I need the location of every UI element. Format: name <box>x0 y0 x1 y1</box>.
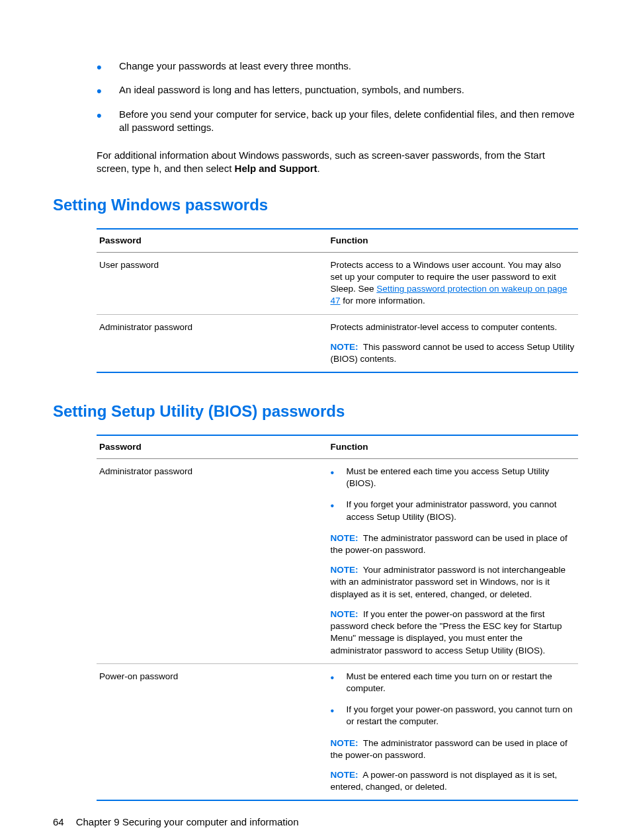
text-segment: Protects administrator-level access to c… <box>330 321 575 333</box>
bios-passwords-table: Password Function Administrator password… <box>97 435 578 802</box>
note-text: The administrator password can be used i… <box>330 533 567 555</box>
page-footer: 64Chapter 9 Securing your computer and i… <box>53 816 299 829</box>
tip-item: An ideal password is long and has letter… <box>97 83 578 97</box>
note-label: NOTE: <box>330 770 358 780</box>
text-segment: . <box>317 163 320 174</box>
function-list: Must be entered each time you access Set… <box>330 466 575 523</box>
password-function-cell: Protects administrator-level access to c… <box>327 314 578 372</box>
password-name-cell: Administrator password <box>97 458 327 663</box>
tip-item: Change your passwords at least every thr… <box>97 60 578 73</box>
note-text: A power-on password is not displayed as … <box>330 770 557 792</box>
note-block: NOTE: A power-on password is not display… <box>330 769 575 793</box>
table-row: Administrator password Must be entered e… <box>97 458 578 663</box>
chapter-title: Chapter 9 Securing your computer and inf… <box>76 816 299 827</box>
function-list: Must be entered each time you turn on or… <box>330 671 575 728</box>
list-item: If you forget your power-on password, yo… <box>330 704 575 728</box>
list-item: Must be entered each time you turn on or… <box>330 671 575 694</box>
note-text: If you enter the power-on password at th… <box>330 609 562 655</box>
password-function-cell: Must be entered each time you access Set… <box>327 458 578 663</box>
password-name-cell: Power-on password <box>97 663 327 800</box>
note-label: NOTE: <box>330 565 358 575</box>
bold-text: Help and Support <box>235 163 317 174</box>
column-header-function: Function <box>327 435 578 459</box>
note-block: NOTE: If you enter the power-on password… <box>330 609 575 657</box>
list-item: If you forget your administrator passwor… <box>330 499 575 523</box>
text-segment: , and then select <box>159 163 234 174</box>
note-label: NOTE: <box>330 609 358 619</box>
password-name-cell: Administrator password <box>97 314 327 372</box>
note-label: NOTE: <box>330 533 358 543</box>
password-name-cell: User password <box>97 252 327 314</box>
note-text: Your administrator password is not inter… <box>330 565 566 599</box>
column-header-function: Function <box>327 229 578 253</box>
text-segment: for more information. <box>340 296 425 306</box>
password-function-cell: Must be entered each time you turn on or… <box>327 663 578 800</box>
windows-passwords-table: Password Function User password Protects… <box>97 228 578 374</box>
note-block: NOTE: The administrator password can be … <box>330 737 575 761</box>
page-number: 64 <box>53 816 64 827</box>
note-text: The administrator password can be used i… <box>330 738 567 760</box>
password-tips-list: Change your passwords at least every thr… <box>97 60 578 134</box>
column-header-password: Password <box>97 435 327 459</box>
note-block: NOTE: The administrator password can be … <box>330 532 575 556</box>
note-block: NOTE: This password cannot be used to ac… <box>330 341 575 365</box>
note-text: This password cannot be used to access S… <box>330 342 574 364</box>
windows-passwords-heading: Setting Windows passwords <box>53 194 578 216</box>
list-item: Must be entered each time you access Set… <box>330 466 575 489</box>
note-label: NOTE: <box>330 342 358 352</box>
table-row: Power-on password Must be entered each t… <box>97 663 578 800</box>
note-block: NOTE: Your administrator password is not… <box>330 564 575 601</box>
table-row: User password Protects access to a Windo… <box>97 252 578 314</box>
tip-item: Before you send your computer for servic… <box>97 108 578 135</box>
bios-passwords-heading: Setting Setup Utility (BIOS) passwords <box>53 401 578 422</box>
additional-info-paragraph: For additional information about Windows… <box>97 149 578 176</box>
table-row: Administrator password Protects administ… <box>97 314 578 372</box>
note-label: NOTE: <box>330 738 358 748</box>
password-function-cell: Protects access to a Windows user accoun… <box>327 252 578 314</box>
column-header-password: Password <box>97 229 327 253</box>
